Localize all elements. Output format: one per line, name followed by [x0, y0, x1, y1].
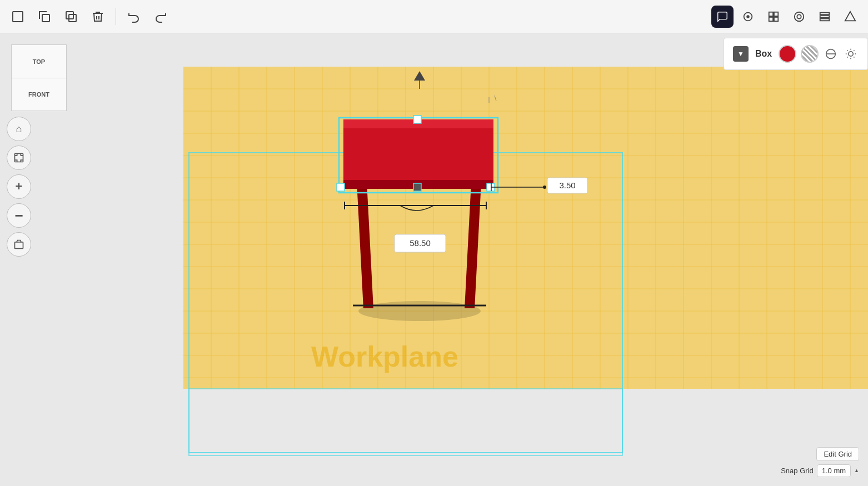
view-cube-front-label: FRONT: [28, 91, 49, 98]
svg-rect-64: [343, 119, 493, 189]
svg-point-5: [747, 16, 749, 18]
measure-button[interactable]: [737, 6, 759, 28]
svg-rect-69: [337, 183, 345, 191]
svg-rect-7: [774, 12, 778, 16]
svg-point-11: [797, 14, 801, 18]
duplicate-button[interactable]: [60, 6, 82, 28]
box-panel: ▼ Box: [724, 38, 868, 70]
light-button[interactable]: [843, 46, 859, 62]
panel-title: Box: [755, 49, 772, 59]
svg-rect-14: [820, 19, 830, 21]
delete-button[interactable]: [87, 6, 109, 28]
comment-button[interactable]: [711, 6, 734, 28]
viewport[interactable]: 58.50 3.50 Workplane: [0, 33, 868, 486]
svg-rect-68: [413, 116, 421, 123]
perspective-button[interactable]: [7, 232, 31, 257]
svg-marker-15: [845, 12, 855, 21]
copy-button[interactable]: [33, 6, 56, 28]
svg-rect-0: [13, 12, 23, 22]
svg-line-92: [854, 57, 854, 57]
svg-point-60: [358, 301, 481, 321]
material-button[interactable]: [823, 46, 839, 62]
svg-text:Workplane: Workplane: [311, 340, 458, 373]
svg-line-91: [847, 51, 848, 51]
snap-grid-label: Snap Grid: [781, 467, 814, 475]
svg-line-96: [854, 51, 854, 51]
panel-icons: [823, 46, 859, 62]
svg-text:3.50: 3.50: [559, 181, 575, 190]
svg-rect-6: [769, 12, 773, 16]
import-button[interactable]: [839, 6, 861, 28]
toolbar-separator: [116, 8, 116, 25]
new-design-button[interactable]: [7, 6, 29, 28]
svg-rect-17: [15, 154, 23, 162]
panel-collapse-button[interactable]: ▼: [733, 46, 749, 62]
svg-rect-13: [820, 16, 830, 18]
panel-header: ▼ Box: [733, 45, 859, 63]
shapes-button[interactable]: [762, 6, 785, 28]
view-cube: TOP FRONT: [11, 44, 67, 111]
svg-marker-20: [183, 67, 868, 389]
svg-point-88: [849, 52, 853, 56]
bottom-right-controls: Edit Grid Snap Grid 1.0 mm ▲: [781, 447, 859, 477]
svg-rect-18: [15, 242, 23, 249]
zoom-out-button[interactable]: −: [7, 203, 31, 228]
right-toolbar: [705, 0, 868, 33]
snap-value-text: 1.0 mm: [822, 467, 846, 475]
color-red-swatch[interactable]: [779, 45, 796, 63]
svg-rect-1: [42, 14, 49, 22]
view-cube-top[interactable]: TOP: [11, 44, 67, 78]
snap-grid-row: Snap Grid 1.0 mm ▲: [781, 464, 859, 477]
zoom-in-button[interactable]: +: [7, 174, 31, 199]
layers-button[interactable]: [814, 6, 836, 28]
fit-all-button[interactable]: [7, 146, 31, 170]
view-cube-top-label: TOP: [33, 58, 45, 65]
svg-text:58.50: 58.50: [410, 238, 431, 248]
svg-point-10: [795, 12, 804, 22]
svg-point-79: [543, 186, 546, 189]
snap-up-arrow[interactable]: ▲: [854, 468, 859, 474]
edit-grid-button[interactable]: Edit Grid: [816, 447, 859, 461]
redo-button[interactable]: [149, 6, 172, 28]
svg-rect-9: [774, 17, 778, 21]
panel-arrow-icon: ▼: [737, 50, 744, 58]
view-cube-front[interactable]: FRONT: [11, 78, 67, 111]
svg-rect-8: [769, 17, 773, 21]
svg-rect-12: [820, 13, 830, 15]
snap-grid-value[interactable]: 1.0 mm: [817, 464, 851, 477]
edit-grid-label: Edit Grid: [824, 450, 852, 458]
svg-rect-71: [413, 183, 421, 191]
scene-canvas[interactable]: 58.50 3.50 Workplane: [0, 33, 868, 486]
group-button[interactable]: [788, 6, 810, 28]
svg-line-95: [847, 57, 848, 57]
snap-arrows[interactable]: ▲: [854, 468, 859, 474]
undo-button[interactable]: [123, 6, 145, 28]
color-stripe-swatch[interactable]: [801, 45, 819, 63]
color-row: [779, 45, 859, 63]
left-nav: ⌂ + −: [7, 117, 31, 257]
home-view-button[interactable]: ⌂: [7, 117, 31, 141]
svg-rect-2: [66, 12, 73, 19]
svg-rect-3: [69, 14, 76, 22]
